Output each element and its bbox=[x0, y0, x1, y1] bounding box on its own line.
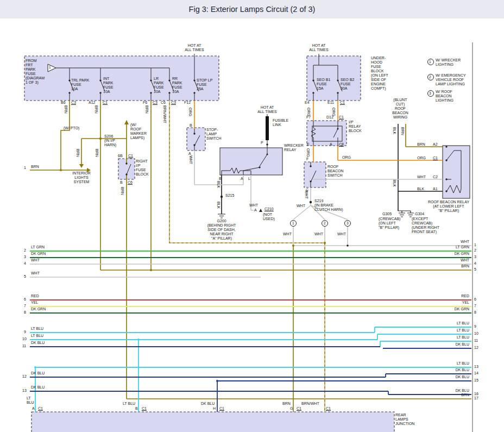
connector-c1: C1 bbox=[38, 406, 43, 411]
wire-label-wht: WHT bbox=[417, 175, 426, 179]
wire-label-ltblu: LT BLU bbox=[448, 335, 469, 340]
hot-at-all-times-mid: HOT AT ALL TIMES bbox=[255, 105, 279, 114]
stop-switch-pin-a: A bbox=[188, 152, 191, 156]
wire-label-dkgrn: DK GRN bbox=[31, 307, 46, 311]
connector-c1: C1 bbox=[340, 101, 345, 105]
edge-number-left: 11 bbox=[22, 344, 26, 348]
stub-label-ltblu: LT BLU bbox=[123, 402, 135, 406]
edge-number-right: 13 bbox=[474, 365, 478, 369]
wrecker-relay-pin-l: L bbox=[248, 177, 250, 181]
stub-label-ltblu: LT BLU bbox=[27, 396, 34, 405]
connector-c1: C1 bbox=[433, 156, 438, 160]
edge-number-left: 1 bbox=[24, 166, 26, 170]
edge-number-right: 8 bbox=[474, 310, 476, 315]
legend-label-wrecker: W/ WRECKER LIGHTING bbox=[436, 58, 461, 67]
wire-label-ltgrn: LT GRN bbox=[448, 245, 469, 249]
wire-label-org: ORG bbox=[188, 108, 192, 116]
fuse-label-seo-b1: SEO B1 FUSE 15A bbox=[317, 78, 330, 91]
edge-number-right: 7 bbox=[474, 304, 476, 308]
legend-label-roof-beacon: W/ ROOF BEACON LIGHTING bbox=[436, 90, 453, 103]
edge-number-left: 5 bbox=[24, 274, 26, 279]
ip-relay-block-label: I/P RELAY BLOCK bbox=[349, 120, 362, 133]
c210-connector-symbol bbox=[259, 209, 262, 212]
wire-label-org: ORG bbox=[342, 155, 351, 160]
pin-6b: 6B bbox=[118, 154, 123, 158]
wire-label-blk: BLK bbox=[216, 181, 220, 188]
wire-label-brn: BRN bbox=[120, 187, 124, 195]
edge-number-right: 10 bbox=[474, 331, 478, 336]
pin-e: E bbox=[307, 142, 310, 147]
wire-label-brn: BRN bbox=[448, 393, 469, 397]
stub-label-brn: BRN bbox=[282, 402, 291, 406]
wire-label-dkblu: DK BLU bbox=[448, 342, 469, 347]
fuse-label-trl-park: TRL PARK FUSE 10A bbox=[71, 78, 89, 91]
wire-label-wht: WHT bbox=[297, 204, 305, 208]
wrecker-relay-pin-a: A bbox=[241, 177, 243, 181]
pin-c: C bbox=[306, 188, 308, 192]
wire-label-dkblu: DK BLU bbox=[448, 368, 469, 372]
pin-a12: A12 bbox=[89, 101, 95, 105]
connector-c210: C210 bbox=[264, 207, 274, 211]
underhood-fuse-block-note: UNDER- HOOD FUSE BLOCK (ON LEFT SIDE OF … bbox=[371, 56, 388, 91]
edge-number-left: 4 bbox=[24, 261, 26, 266]
wire-label-brn: BRN bbox=[400, 127, 405, 135]
option-number-2: 2 bbox=[324, 221, 326, 225]
rear-pin-h: H bbox=[213, 406, 216, 411]
wire-label-dkblu: DK BLU bbox=[31, 385, 45, 390]
wire-label-org: ORG bbox=[306, 148, 310, 157]
wire-label-brn: BRN bbox=[75, 149, 80, 157]
stop-lamp-switch-label: STOP- LAMP SWITCH bbox=[206, 128, 222, 141]
stop-switch-pin-b: B bbox=[190, 123, 192, 128]
edge-number-right: 16 bbox=[474, 392, 478, 396]
edge-number-right: 9 bbox=[474, 324, 476, 329]
component-boxes-dashed bbox=[24, 56, 394, 432]
legend-number-3: 3 bbox=[429, 91, 431, 95]
fuse-label-lr-park: LR PARK FUSE 10A bbox=[154, 77, 164, 94]
g305-ground-note: (CREWCAB) (ON LEFT "B" PILLAR) bbox=[379, 217, 400, 230]
dkblu-wires bbox=[30, 347, 471, 412]
wire-label-blk: BLK bbox=[417, 187, 424, 191]
wire-label-ltgrn: LT GRN bbox=[31, 245, 45, 249]
wire-label-ltblu: LT BLU bbox=[31, 334, 43, 338]
g200-ground-symbol bbox=[218, 214, 225, 218]
wire-label-red: RED bbox=[448, 294, 469, 298]
wpto-note: (W/ PTO) bbox=[64, 126, 79, 130]
pin-e4: E4 bbox=[305, 101, 310, 105]
dkgrn-wires bbox=[30, 258, 471, 313]
g305-ground-label: G305 bbox=[382, 212, 392, 216]
wire-label-brn: BRN bbox=[448, 264, 469, 268]
edge-number-right: 6 bbox=[474, 297, 476, 302]
wire-label-ltblu: LT BLU bbox=[31, 327, 43, 331]
wire-label-yel: YEL bbox=[31, 300, 38, 305]
wire-label-blk: BLK bbox=[392, 127, 396, 134]
connector-c1: C1 bbox=[326, 406, 331, 411]
connector-c1: C1 bbox=[103, 101, 108, 105]
g304-ground-label: G304 bbox=[415, 212, 424, 216]
wire-label-dkblu: DK BLU bbox=[448, 375, 469, 379]
wire-label-dkblu: DK BLU bbox=[31, 341, 45, 345]
wire-label-brn: BRN bbox=[64, 105, 68, 114]
wire-label-wht: WHT bbox=[448, 240, 469, 244]
edge-number-left: 13 bbox=[22, 389, 27, 393]
brn-wires bbox=[30, 101, 471, 412]
legend-number-1: 1 bbox=[429, 60, 431, 64]
roof-beacon-switch-box bbox=[304, 162, 326, 187]
roof-marker-note: (W/ ROOF MARKER LAMPS) bbox=[130, 123, 147, 140]
rear-pin-a: A bbox=[32, 406, 35, 411]
wire-label-brn: BRN bbox=[31, 165, 39, 169]
pin-e11: E11 bbox=[327, 101, 334, 105]
connector-c1: C1 bbox=[142, 406, 147, 411]
stub-label-dkblu: DK BLU bbox=[201, 402, 215, 406]
hot-at-all-times-right: HOT AT ALL TIMES bbox=[307, 43, 331, 52]
roof-marker-arrow bbox=[124, 120, 129, 124]
right-ip-fuse-block-label: RIGHT I/P FUSE BLOCK bbox=[136, 159, 149, 177]
g305-g304-ground-symbols bbox=[398, 211, 414, 217]
wire-label-blk: BLK bbox=[216, 202, 220, 209]
edge-number-right: 4 bbox=[474, 261, 476, 266]
edge-number-right: 3 bbox=[474, 255, 476, 259]
connector-c8: C8 bbox=[339, 142, 344, 147]
edge-number-left: 7 bbox=[24, 304, 26, 308]
fusible-link-label: FUSIBLE LINK bbox=[273, 118, 288, 127]
wrecker-relay-pin-p: P bbox=[261, 141, 263, 145]
pin-c6: C6 bbox=[161, 101, 166, 105]
